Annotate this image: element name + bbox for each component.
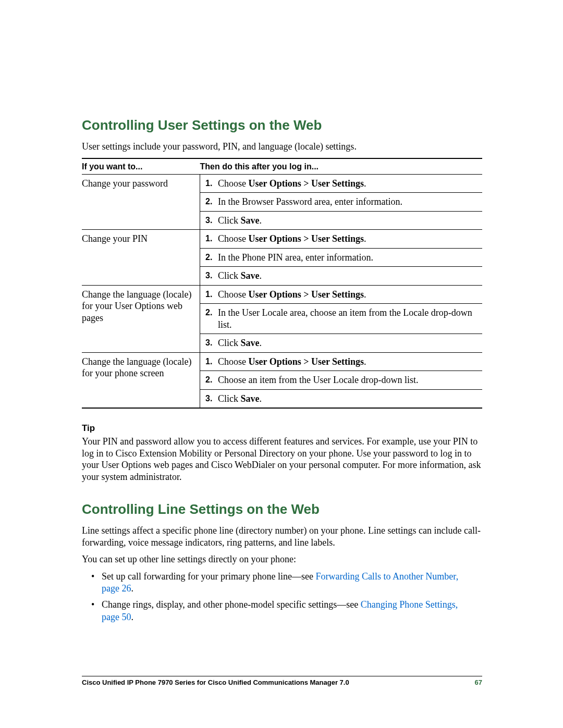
step-list: Choose User Options > User Settings.In t… bbox=[200, 175, 482, 230]
bullet-item: Set up call forwarding for your primary … bbox=[95, 571, 482, 595]
step-item: Choose User Options > User Settings. bbox=[200, 230, 482, 249]
table-head-left: If you want to... bbox=[82, 158, 200, 175]
cross-reference-link[interactable]: Changing Phone Settings, page 50 bbox=[102, 599, 458, 622]
page: Controlling User Settings on the Web Use… bbox=[0, 0, 563, 728]
step-list: Choose User Options > User Settings.In t… bbox=[200, 230, 482, 285]
step-item: Click Save. bbox=[200, 390, 482, 408]
step-bold: Save bbox=[241, 215, 260, 226]
step-item: Choose User Options > User Settings. bbox=[200, 353, 482, 372]
table-cell-left: Change your password bbox=[82, 174, 200, 230]
step-bold: User Options > User Settings bbox=[249, 356, 364, 367]
table-cell-right: Choose User Options > User Settings.In t… bbox=[200, 285, 483, 352]
step-bold: User Options > User Settings bbox=[249, 289, 364, 300]
table-cell-left: Change the language (locale) for your ph… bbox=[82, 352, 200, 408]
table-cell-left: Change the language (locale) for your Us… bbox=[82, 285, 200, 352]
step-item: Click Save. bbox=[200, 334, 482, 352]
step-item: Click Save. bbox=[200, 267, 482, 285]
step-item: In the User Locale area, choose an item … bbox=[200, 304, 482, 334]
step-bold: Save bbox=[241, 270, 260, 281]
footer-pagenum: 67 bbox=[475, 678, 482, 686]
cross-reference-link[interactable]: Forwarding Calls to Another Number, page… bbox=[102, 571, 458, 594]
step-bold: Save bbox=[241, 393, 260, 404]
step-item: Choose User Options > User Settings. bbox=[200, 286, 482, 304]
table-row: Change your passwordChoose User Options … bbox=[82, 174, 482, 230]
table-cell-right: Choose User Options > User Settings.In t… bbox=[200, 174, 483, 230]
table-row: Change the language (locale) for your ph… bbox=[82, 352, 482, 408]
step-item: Click Save. bbox=[200, 212, 482, 230]
step-bold: Save bbox=[241, 338, 260, 348]
step-item: In the Browser Password area, enter info… bbox=[200, 193, 482, 212]
line-para-2: You can set up other line settings direc… bbox=[82, 553, 482, 565]
table-cell-left: Change your PIN bbox=[82, 230, 200, 286]
intro-paragraph: User settings include your password, PIN… bbox=[82, 141, 482, 153]
page-footer: Cisco Unified IP Phone 7970 Series for C… bbox=[82, 676, 482, 686]
footer-title: Cisco Unified IP Phone 7970 Series for C… bbox=[82, 678, 349, 686]
tip-body: Your PIN and password allow you to acces… bbox=[82, 436, 482, 483]
table-body: Change your passwordChoose User Options … bbox=[82, 174, 482, 408]
bullet-list: Set up call forwarding for your primary … bbox=[82, 571, 482, 624]
step-list: Choose User Options > User Settings.Choo… bbox=[200, 353, 482, 408]
step-list: Choose User Options > User Settings.In t… bbox=[200, 286, 482, 352]
bullet-item: Change rings, display, and other phone-m… bbox=[95, 599, 482, 623]
heading-user-settings: Controlling User Settings on the Web bbox=[82, 117, 482, 133]
table-row: Change the language (locale) for your Us… bbox=[82, 285, 482, 352]
step-item: In the Phone PIN area, enter information… bbox=[200, 249, 482, 267]
step-bold: User Options > User Settings bbox=[249, 233, 364, 244]
table-cell-right: Choose User Options > User Settings.In t… bbox=[200, 230, 483, 286]
step-item: Choose User Options > User Settings. bbox=[200, 175, 482, 193]
table-head-right: Then do this after you log in... bbox=[200, 158, 483, 175]
procedure-table: If you want to... Then do this after you… bbox=[82, 158, 482, 409]
line-para-1: Line settings affect a specific phone li… bbox=[82, 525, 482, 548]
table-row: Change your PINChoose User Options > Use… bbox=[82, 230, 482, 286]
table-cell-right: Choose User Options > User Settings.Choo… bbox=[200, 352, 483, 408]
step-bold: User Options > User Settings bbox=[249, 178, 364, 189]
heading-line-settings: Controlling Line Settings on the Web bbox=[82, 501, 482, 517]
step-item: Choose an item from the User Locale drop… bbox=[200, 371, 482, 390]
tip-heading: Tip bbox=[82, 423, 482, 434]
